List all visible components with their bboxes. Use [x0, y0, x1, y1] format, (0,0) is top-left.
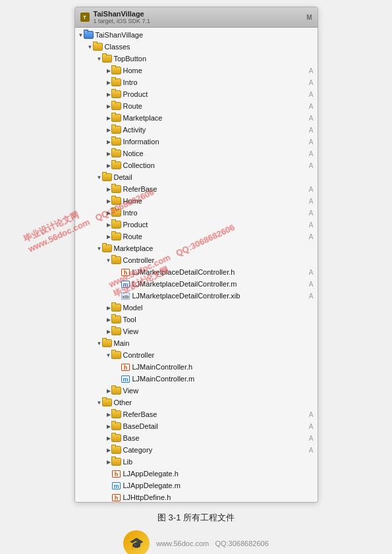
tree-item-product2[interactable]: ProductA: [75, 219, 318, 231]
tree-item-httpdefine_h[interactable]: hLJHttpDefine.h: [75, 491, 318, 502]
project-title: TaiShanVillage: [94, 10, 303, 18]
tree-arrow-product1[interactable]: [105, 91, 112, 97]
tree-item-product1[interactable]: ProductA: [75, 88, 318, 100]
footer: 🎓 www.56doc.com QQ:3068682606: [123, 530, 269, 554]
tree-arrow-referbase1[interactable]: [105, 186, 112, 192]
tree-arrow-other[interactable]: [96, 399, 103, 406]
tree-arrow-route1[interactable]: [105, 103, 112, 109]
tree-item-route1[interactable]: RouteA: [75, 100, 318, 112]
tree-arrow-product2[interactable]: [105, 221, 112, 228]
file-icon-lj_m: m: [121, 280, 130, 288]
tree-item-main1[interactable]: Main: [75, 337, 318, 349]
tree-arrow-notice1[interactable]: [105, 150, 112, 157]
tree-item-marketplace2[interactable]: Marketplace: [75, 242, 318, 254]
tree-arrow-controller1[interactable]: [105, 257, 112, 263]
tree-arrow-intro2[interactable]: [105, 209, 112, 216]
tree-item-ljmain_m[interactable]: mLJMainController.m: [75, 373, 318, 385]
file-label-lj_xib: LJMarketplaceDetailController.xib: [132, 292, 298, 300]
tree-arrow-view1[interactable]: [105, 328, 112, 335]
project-subtitle: 1 target, iOS SDK 7.1: [94, 18, 303, 24]
file-label-controller1: Controller: [123, 256, 298, 264]
tree-item-category[interactable]: CategoryA: [75, 444, 318, 456]
project-badge: M: [306, 14, 312, 21]
tree-item-collection1[interactable]: CollectionA: [75, 159, 318, 171]
tree-arrow-controller2[interactable]: [105, 352, 112, 358]
tree-item-controller1[interactable]: Controller: [75, 254, 318, 266]
file-label-tool1: Tool: [123, 316, 298, 323]
file-label-home1: Home: [123, 67, 298, 74]
file-badge-intro1: A: [309, 79, 314, 86]
tree-arrow-topbutton[interactable]: [96, 55, 103, 62]
file-badge-referbase1: A: [309, 186, 314, 193]
file-label-root: TaiShanVillage: [96, 31, 298, 39]
file-label-lj_m: LJMarketplaceDetailController.m: [132, 280, 298, 288]
tree-item-referbase2[interactable]: ReferBaseA: [75, 408, 318, 420]
tree-arrow-base1[interactable]: [105, 435, 112, 441]
tree-arrow-marketplace2[interactable]: [96, 245, 103, 252]
tree-arrow-classes[interactable]: [87, 43, 94, 50]
tree-arrow-model1[interactable]: [105, 304, 112, 311]
tree-item-intro2[interactable]: IntroA: [75, 207, 318, 219]
tree-arrow-tool1[interactable]: [105, 316, 112, 323]
tree-arrow-collection1[interactable]: [105, 162, 112, 169]
file-icon-information1: [112, 138, 121, 146]
file-icon-ljmain_h: h: [121, 363, 130, 371]
tree-item-basedetail[interactable]: BaseDetailA: [75, 420, 318, 432]
tree-item-referbase1[interactable]: ReferBaseA: [75, 183, 318, 195]
tree-item-notice1[interactable]: NoticeA: [75, 148, 318, 159]
file-icon-controller1: [112, 256, 121, 264]
tree-arrow-home1[interactable]: [105, 67, 112, 74]
tree-arrow-marketplace1[interactable]: [105, 115, 112, 121]
tree-item-view2[interactable]: View: [75, 385, 318, 397]
tree-item-tool1[interactable]: Tool: [75, 314, 318, 325]
tree-item-topbutton[interactable]: TopButton: [75, 53, 318, 65]
tree-arrow-referbase2[interactable]: [105, 411, 112, 418]
file-label-lj_h: LJMarketplaceDetailController.h: [132, 268, 298, 276]
tree-item-lj_xib[interactable]: xibLJMarketplaceDetailController.xibA: [75, 290, 318, 302]
file-icon-intro1: [112, 78, 121, 86]
file-icon-ljmain_m: m: [121, 375, 130, 383]
tree-arrow-activity1[interactable]: [105, 126, 112, 133]
tree-item-classes[interactable]: Classes: [75, 41, 318, 53]
tree-item-lj_m[interactable]: mLJMarketplaceDetailController.mA: [75, 278, 318, 290]
tree-arrow-lib[interactable]: [105, 458, 112, 465]
tree-item-appdelegate_h[interactable]: hLJAppDelegate.h: [75, 468, 318, 480]
tree-item-other[interactable]: Other: [75, 397, 318, 408]
tree-item-activity1[interactable]: ActivityA: [75, 124, 318, 136]
tree-item-model1[interactable]: Model: [75, 302, 318, 314]
tree-item-base1[interactable]: BaseA: [75, 432, 318, 444]
tree-arrow-intro1[interactable]: [105, 79, 112, 86]
tree-arrow-basedetail[interactable]: [105, 423, 112, 429]
tree-item-information1[interactable]: InformationA: [75, 136, 318, 148]
tree-item-ljmain_h[interactable]: hLJMainController.h: [75, 361, 318, 373]
tree-arrow-route2[interactable]: [105, 233, 112, 240]
tree-item-detail[interactable]: Detail: [75, 171, 318, 183]
tree-item-appdelegate_m[interactable]: mLJAppDelegate.m: [75, 480, 318, 491]
file-icon-referbase1: [112, 185, 121, 193]
tree-arrow-home2[interactable]: [105, 198, 112, 204]
tree-arrow-category[interactable]: [105, 447, 112, 453]
tree-item-intro1[interactable]: IntroA: [75, 76, 318, 88]
file-label-appdelegate_h: LJAppDelegate.h: [123, 470, 298, 478]
tree-item-route2[interactable]: RouteA: [75, 231, 318, 242]
file-label-activity1: Activity: [123, 126, 298, 134]
tree-item-lj_h[interactable]: hLJMarketplaceDetailController.hA: [75, 266, 318, 278]
tree-arrow-main1[interactable]: [96, 340, 103, 346]
tree-item-home2[interactable]: HomeA: [75, 195, 318, 207]
tree-item-marketplace1[interactable]: MarketplaceA: [75, 112, 318, 124]
tree-item-lib[interactable]: Lib: [75, 456, 318, 468]
file-label-topbutton: TopButton: [114, 55, 298, 63]
file-badge-lj_m: A: [309, 281, 314, 288]
tree-item-root[interactable]: TaiShanVillage: [75, 29, 318, 41]
panel-header: T TaiShanVillage 1 target, iOS SDK 7.1 M: [75, 7, 318, 28]
tree-arrow-root[interactable]: [78, 32, 84, 38]
tree-item-controller2[interactable]: Controller: [75, 349, 318, 361]
tree-arrow-view2[interactable]: [105, 387, 112, 394]
file-icon-httpdefine_h: h: [112, 493, 121, 501]
file-icon-view1: [112, 327, 121, 335]
tree-item-home1[interactable]: HomeA: [75, 65, 318, 76]
file-badge-intro2: A: [309, 209, 314, 217]
tree-arrow-information1[interactable]: [105, 138, 112, 145]
tree-arrow-detail[interactable]: [96, 174, 103, 180]
tree-item-view1[interactable]: View: [75, 325, 318, 337]
